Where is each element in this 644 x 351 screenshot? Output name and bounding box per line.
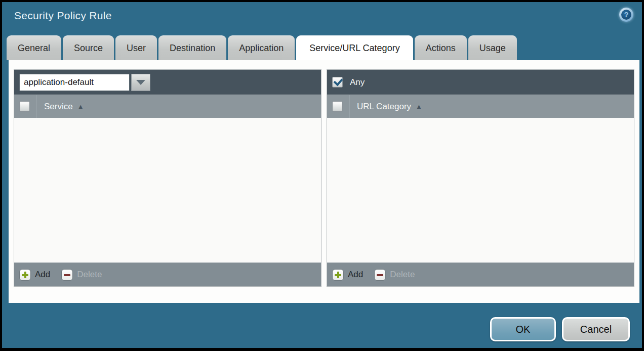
url-category-select-all-checkbox[interactable] bbox=[332, 101, 343, 112]
security-policy-rule-dialog: Security Policy Rule ? General Source Us… bbox=[0, 0, 644, 351]
service-panel: Service ▲ Add Delete bbox=[14, 69, 321, 287]
column-divider bbox=[36, 95, 37, 118]
chevron-down-icon bbox=[136, 80, 145, 85]
url-category-column-label: URL Category bbox=[357, 102, 411, 112]
ok-button[interactable]: OK bbox=[490, 317, 556, 341]
minus-icon bbox=[61, 269, 73, 281]
any-label: Any bbox=[350, 77, 365, 87]
url-category-delete-button[interactable]: Delete bbox=[374, 269, 415, 281]
service-column-label: Service bbox=[44, 102, 73, 112]
sort-ascending-icon[interactable]: ▲ bbox=[77, 103, 84, 110]
service-panel-toolbar: Add Delete bbox=[14, 262, 321, 286]
service-select-all-checkbox[interactable] bbox=[19, 101, 30, 112]
plus-icon bbox=[19, 269, 31, 281]
url-category-table-body[interactable] bbox=[327, 118, 634, 262]
service-table-body[interactable] bbox=[14, 118, 321, 262]
service-column-header-row: Service ▲ bbox=[14, 95, 321, 118]
help-button[interactable]: ? bbox=[619, 8, 633, 22]
tab-general[interactable]: General bbox=[7, 35, 61, 60]
service-panel-header bbox=[14, 70, 321, 95]
sort-ascending-icon[interactable]: ▲ bbox=[416, 103, 422, 110]
service-add-button[interactable]: Add bbox=[19, 269, 50, 281]
service-dropdown-button[interactable] bbox=[131, 74, 150, 91]
dialog-title: Security Policy Rule bbox=[14, 10, 112, 22]
any-checkbox[interactable] bbox=[332, 77, 343, 87]
tab-usage[interactable]: Usage bbox=[468, 35, 517, 60]
url-category-panel: Any URL Category ▲ Add Delete bbox=[327, 69, 634, 287]
tab-actions[interactable]: Actions bbox=[415, 35, 467, 60]
url-category-add-button[interactable]: Add bbox=[332, 269, 363, 281]
tab-bar: General Source User Destination Applicat… bbox=[7, 35, 517, 60]
plus-icon bbox=[332, 269, 344, 281]
tab-source[interactable]: Source bbox=[63, 35, 114, 60]
service-dropdown-input[interactable] bbox=[19, 74, 130, 91]
url-category-panel-header: Any bbox=[327, 70, 634, 95]
service-delete-button[interactable]: Delete bbox=[61, 269, 102, 281]
cancel-button[interactable]: Cancel bbox=[562, 317, 630, 341]
tab-service-url-category[interactable]: Service/URL Category bbox=[296, 35, 413, 60]
url-category-panel-toolbar: Add Delete bbox=[327, 262, 634, 286]
help-icon: ? bbox=[621, 10, 631, 20]
column-divider bbox=[349, 95, 350, 118]
tab-user[interactable]: User bbox=[115, 35, 157, 60]
minus-icon bbox=[374, 269, 386, 281]
url-category-column-header-row: URL Category ▲ bbox=[327, 95, 634, 118]
tab-content-service-url-category: Service ▲ Add Delete Any bbox=[9, 60, 639, 303]
tab-destination[interactable]: Destination bbox=[158, 35, 226, 60]
tab-application[interactable]: Application bbox=[228, 35, 295, 60]
